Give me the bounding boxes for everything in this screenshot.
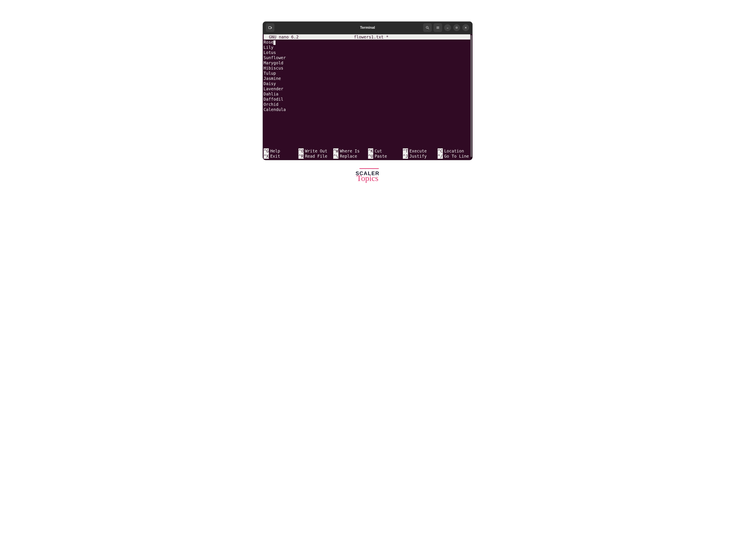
editor-empty-line: [264, 122, 473, 128]
shortcut-label: Paste: [373, 154, 387, 159]
svg-rect-9: [456, 27, 457, 28]
nano-header-right: [444, 34, 470, 40]
shortcut-key: ^T: [403, 148, 408, 154]
editor-line: Lavender: [264, 86, 473, 91]
shortcut-bar: ^GHelp^OWrite Out^WWhere Is^KCut^TExecut…: [263, 148, 473, 160]
scrollbar-thumb[interactable]: [471, 35, 472, 157]
shortcut-cell: ^GHelp: [264, 148, 298, 154]
editor-line: Lily: [264, 45, 473, 50]
search-button[interactable]: [423, 23, 432, 32]
branding-topics: Topics: [355, 174, 380, 182]
branding-underline: [359, 168, 379, 169]
cursor: [273, 40, 275, 45]
shortcut-label: Justify: [408, 154, 427, 159]
shortcut-label: Replace: [338, 154, 357, 159]
shortcut-key: ^W: [333, 148, 338, 154]
svg-point-3: [426, 26, 428, 28]
shortcut-label: Location: [443, 148, 464, 154]
shortcut-label: Write Out: [304, 148, 327, 154]
shortcut-key: ^X: [264, 154, 269, 159]
editor-empty-line: [264, 128, 473, 133]
editor-empty-line: [264, 138, 473, 143]
editor-line: Hibiscus: [264, 65, 473, 71]
shortcut-label: Go To Line: [443, 154, 469, 159]
shortcut-cell: ^\Replace: [333, 154, 368, 159]
shortcut-label: Exit: [269, 154, 280, 159]
editor-line: Jasmine: [264, 76, 473, 81]
shortcut-key: ^G: [264, 148, 269, 154]
shortcut-label: Read File: [304, 154, 327, 159]
editor-line: Tulup: [264, 71, 473, 76]
shortcut-label: Help: [269, 148, 280, 154]
editor-line: Lotus: [264, 50, 473, 55]
scrollbar[interactable]: [471, 35, 472, 160]
shortcut-key: ^/: [438, 154, 443, 159]
shortcut-cell: ^KCut: [368, 148, 403, 154]
minimize-button[interactable]: [444, 24, 451, 31]
editor-line: Dahlia: [264, 91, 473, 97]
svg-line-4: [428, 28, 429, 29]
editor-empty-line: [264, 133, 473, 138]
editor-line: Daffodil: [264, 97, 473, 102]
shortcut-key: ^R: [298, 154, 304, 159]
editor-line: Daisy: [264, 81, 473, 86]
shortcut-cell: ^OWrite Out: [298, 148, 333, 154]
shortcut-row-2: ^XExit^RRead File^\Replace^UPaste^JJusti…: [264, 154, 473, 159]
editor-line: Sunflower: [264, 55, 473, 60]
editor-empty-line: [264, 143, 473, 148]
shortcut-label: Execute: [408, 148, 427, 154]
close-button[interactable]: [462, 24, 469, 31]
nano-header: GNU nano 6.2 flowers1.txt *: [264, 34, 470, 40]
shortcut-label: Where Is: [338, 148, 359, 154]
terminal-body[interactable]: GNU nano 6.2 flowers1.txt * RoseLilyLotu…: [263, 34, 473, 160]
shortcut-cell: ^WWhere Is: [333, 148, 368, 154]
shortcut-key: ^\: [333, 154, 338, 159]
shortcut-cell: ^RRead File: [298, 154, 333, 159]
shortcut-row-1: ^GHelp^OWrite Out^WWhere Is^KCut^TExecut…: [264, 148, 473, 154]
shortcut-cell: ^/Go To Line: [438, 154, 473, 159]
shortcut-cell: ^CLocation: [438, 148, 473, 154]
shortcut-key: ^J: [403, 154, 408, 159]
shortcut-cell: ^UPaste: [368, 154, 403, 159]
branding-logo: SCALER Topics: [355, 171, 380, 184]
shortcut-key: ^O: [298, 148, 304, 154]
shortcut-key: ^U: [368, 154, 374, 159]
menu-button[interactable]: [434, 23, 442, 32]
nano-app-name: GNU nano 6.2: [264, 34, 299, 40]
editor-line: Calendula: [264, 107, 473, 112]
new-tab-button[interactable]: [266, 23, 274, 32]
titlebar: Terminal: [263, 22, 473, 34]
shortcut-key: ^K: [368, 148, 374, 154]
editor-line: Marygold: [264, 60, 473, 65]
shortcut-cell: ^JJustify: [403, 154, 438, 159]
editor-line: Rose: [264, 40, 473, 45]
shortcut-key: ^C: [438, 148, 443, 154]
shortcut-label: Cut: [373, 148, 382, 154]
editor-empty-line: [264, 117, 473, 122]
shortcut-cell: ^XExit: [264, 154, 298, 159]
maximize-button[interactable]: [453, 24, 460, 31]
nano-filename: flowers1.txt *: [299, 34, 444, 40]
shortcut-cell: ^TExecute: [403, 148, 438, 154]
terminal-window: Terminal GNU nano 6.2 flowers1.txt * Ros…: [263, 22, 473, 160]
svg-rect-0: [269, 27, 271, 29]
editor-empty-line: [264, 112, 473, 117]
editor-line: Orchid: [264, 102, 473, 107]
editor-area[interactable]: RoseLilyLotusSunflowerMarygoldHibiscusTu…: [263, 40, 473, 148]
